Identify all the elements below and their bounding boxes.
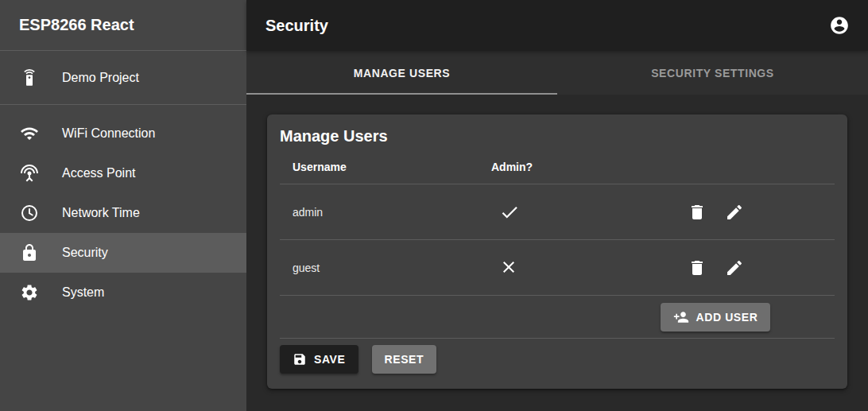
admin-cell [479, 258, 596, 278]
add-user-button[interactable]: ADD USER [661, 303, 771, 332]
card-title: Manage Users [280, 127, 835, 149]
cross-icon [499, 258, 520, 278]
sidebar-item-label: Access Point [62, 166, 135, 180]
username-cell: guest [280, 262, 479, 274]
tab-security-settings[interactable]: SECURITY SETTINGS [557, 51, 868, 95]
manage-users-card: Manage Users Username Admin? admin [267, 114, 847, 389]
account-circle-icon [829, 15, 850, 36]
person-add-icon [673, 309, 689, 325]
tab-manage-users[interactable]: MANAGE USERS [246, 51, 557, 95]
sidebar-item-label: WiFi Connection [62, 126, 155, 141]
sidebar-item-label: System [62, 285, 104, 300]
row-actions [596, 203, 835, 222]
save-icon [293, 352, 307, 366]
settings-remote-icon [20, 68, 39, 87]
clock-icon [20, 204, 39, 223]
tabbar: MANAGE USERS SECURITY SETTINGS [246, 51, 868, 95]
row-actions [596, 258, 835, 277]
sidebar-item-wifi-connection[interactable]: WiFi Connection [0, 114, 246, 153]
appbar: Security [246, 0, 868, 51]
delete-icon[interactable] [688, 258, 707, 277]
sidebar-item-label: Demo Project [62, 71, 139, 85]
main-panel: Security MANAGE USERS SECURITY SETTINGS … [246, 0, 868, 411]
sidebar-item-demo-project[interactable]: Demo Project [0, 51, 246, 105]
table-header-row: Username Admin? [280, 149, 835, 184]
form-buttons: SAVE RESET [280, 339, 835, 374]
sidebar: ESP8266 React Demo Project WiFi C [0, 0, 246, 411]
column-header-admin: Admin? [479, 161, 596, 173]
username-cell: admin [280, 206, 479, 219]
sidebar-item-access-point[interactable]: Access Point [0, 153, 246, 193]
sidebar-item-network-time[interactable]: Network Time [0, 193, 246, 233]
lock-icon [20, 243, 39, 262]
delete-icon[interactable] [688, 203, 707, 222]
column-header-username: Username [280, 161, 479, 173]
edit-icon[interactable] [725, 203, 744, 222]
wifi-icon [20, 124, 39, 143]
admin-cell [479, 202, 596, 223]
gear-icon [20, 283, 39, 302]
table-footer-row: ADD USER [280, 296, 835, 339]
page-title: Security [265, 17, 820, 35]
content-area: Manage Users Username Admin? admin [246, 95, 868, 411]
antenna-icon [20, 164, 39, 183]
sidebar-item-label: Network Time [62, 206, 140, 220]
edit-icon[interactable] [725, 258, 744, 277]
app-window: ESP8266 React Demo Project WiFi C [0, 0, 868, 411]
sidebar-nav: WiFi Connection Access Point Network [0, 105, 246, 312]
check-icon [499, 202, 520, 223]
table-row: guest [280, 240, 835, 296]
sidebar-item-security[interactable]: Security [0, 233, 246, 273]
sidebar-item-system[interactable]: System [0, 273, 246, 312]
reset-button[interactable]: RESET [372, 345, 437, 374]
sidebar-item-label: Security [62, 246, 108, 260]
save-button[interactable]: SAVE [280, 345, 358, 374]
account-button[interactable] [820, 6, 858, 45]
sidebar-app-title: ESP8266 React [0, 0, 246, 51]
table-row: admin [280, 184, 835, 240]
